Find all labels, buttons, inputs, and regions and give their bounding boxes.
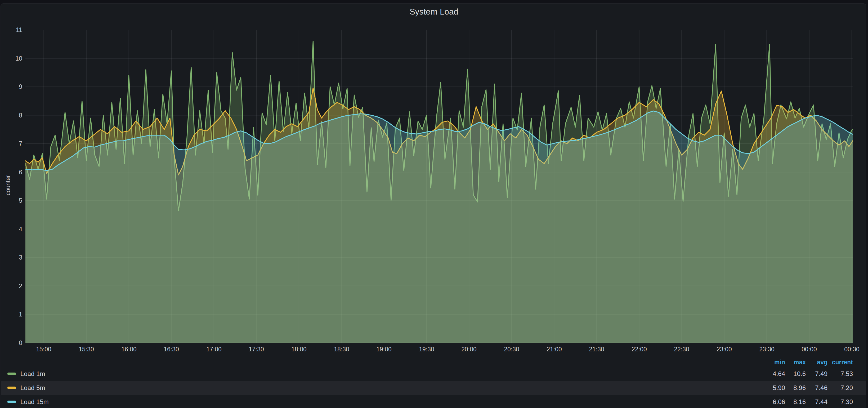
legend-series-label[interactable]: Load 5m: [7, 384, 761, 392]
legend-stat-avg: 7.44: [806, 398, 828, 406]
y-tick-label: 2: [0, 282, 22, 290]
x-tick-label: 17:30: [239, 346, 274, 353]
y-tick-label: 9: [0, 83, 22, 90]
legend-stat-avg: 7.46: [806, 384, 828, 392]
legend-header-current[interactable]: current: [828, 359, 853, 366]
x-tick-label: 18:00: [282, 346, 316, 353]
x-tick-label: 23:30: [750, 346, 784, 353]
x-tick-label: 22:30: [664, 346, 699, 353]
x-tick-label: 16:00: [112, 346, 146, 353]
y-tick-label: 1: [0, 311, 22, 318]
legend-stat-current: 7.53: [828, 370, 853, 378]
y-tick-label: 8: [0, 112, 22, 119]
x-tick-label: 23:00: [707, 346, 741, 353]
legend-stat-max: 10.6: [785, 370, 806, 378]
x-tick-label: 15:30: [69, 346, 103, 353]
legend-header-avg[interactable]: avg: [806, 359, 828, 366]
y-tick-label: 4: [0, 226, 22, 233]
legend-series-label[interactable]: Load 15m: [7, 398, 761, 406]
legend-stat-current: 7.20: [828, 384, 853, 392]
y-tick-label: 5: [0, 197, 22, 204]
legend-stat-current: 7.30: [828, 398, 853, 406]
x-tick-label: 17:00: [197, 346, 231, 353]
series-color-swatch[interactable]: [7, 373, 16, 375]
y-tick-label: 11: [0, 27, 22, 33]
legend-header-max[interactable]: max: [785, 359, 806, 366]
series-layer: [25, 41, 855, 343]
y-tick-label: 6: [0, 169, 22, 176]
x-tick-label: 00:00: [792, 346, 827, 353]
area-load-15m: [25, 111, 855, 343]
legend-rows: Load 1m4.6410.67.497.53Load 5m5.908.967.…: [1, 367, 866, 408]
legend-stat-min: 5.90: [761, 384, 785, 392]
series-name: Load 15m: [21, 398, 49, 406]
series-name: Load 5m: [21, 384, 45, 392]
y-tick-label: 3: [0, 254, 22, 261]
y-tick-label: 0: [0, 339, 22, 346]
legend-header: minmaxavgcurrent: [1, 358, 866, 367]
x-tick-label: 21:30: [579, 346, 614, 353]
series-color-swatch[interactable]: [7, 386, 16, 389]
legend-row-load-1m[interactable]: Load 1m4.6410.67.497.53: [1, 367, 866, 381]
legend-row-load-5m[interactable]: Load 5m5.908.967.467.20: [1, 381, 866, 395]
legend-stat-max: 8.96: [785, 384, 806, 392]
series-color-swatch[interactable]: [7, 401, 16, 403]
y-tick-label: 7: [0, 140, 22, 147]
series-name: Load 1m: [21, 370, 45, 378]
x-tick-label: 15:00: [27, 346, 61, 353]
legend-stat-avg: 7.49: [806, 370, 828, 378]
x-tick-label: 21:00: [537, 346, 571, 353]
x-tick-label: 16:30: [154, 346, 189, 353]
legend-stat-min: 4.64: [761, 370, 785, 378]
x-tick-label: 19:30: [409, 346, 444, 353]
x-tick-label: 20:00: [452, 346, 486, 353]
y-tick-label: 10: [0, 55, 22, 62]
x-tick-label: 20:30: [494, 346, 529, 353]
legend: minmaxavgcurrent Load 1m4.6410.67.497.53…: [1, 358, 866, 408]
x-tick-label: 18:30: [324, 346, 359, 353]
legend-stat-max: 8.16: [785, 398, 806, 406]
legend-header-min[interactable]: min: [761, 359, 785, 366]
y-axis-label: counter: [4, 175, 12, 196]
legend-row-load-15m[interactable]: Load 15m6.068.167.447.30: [1, 395, 866, 408]
x-tick-label: 19:00: [367, 346, 401, 353]
x-tick-label: 00:30: [835, 346, 868, 353]
x-tick-label: 22:00: [622, 346, 656, 353]
legend-stat-min: 6.06: [761, 398, 785, 406]
legend-series-label[interactable]: Load 1m: [7, 370, 761, 378]
